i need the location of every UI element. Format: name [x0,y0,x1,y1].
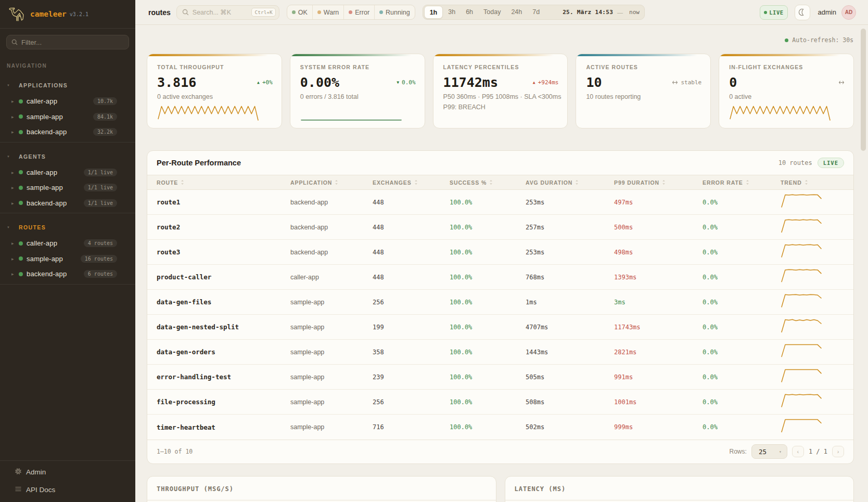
app-logo[interactable]: cameleer v3.2.1 [0,0,135,29]
nav-section-header-routes[interactable]: ▼ROUTES [0,220,135,235]
column-header-label: ROUTE [157,179,178,186]
status-filter-running[interactable]: Running [375,5,415,19]
chevron-down-icon: ▼ [7,226,13,229]
rows-per-page-select[interactable]: 25 ▾ [751,444,787,459]
sort-icon [662,179,666,185]
time-range-3h[interactable]: 3h [443,6,461,19]
status-filter-warn[interactable]: Warn [313,5,344,19]
time-range-24h[interactable]: 24h [506,6,527,19]
time-range-today[interactable]: Today [478,6,506,19]
rows-per-page-label: Rows: [730,448,747,455]
status-dot-icon [19,241,23,246]
cell-p99-duration: 3ms [614,299,703,306]
kpi-sparkline [300,105,401,121]
kpi-value: 3.816 [157,75,196,90]
gear-icon [15,468,22,477]
time-range-1h[interactable]: 1h [424,6,443,19]
list-icon [15,485,22,493]
sidebar-item-caller-app[interactable]: ▶caller-app4 routes [0,236,135,251]
search-placeholder: Search... ⌘K [193,8,248,16]
cell-trend [781,218,853,237]
table-row-data-gen-orders[interactable]: data-gen-orderssample-app358100.0%1443ms… [147,340,853,365]
scrollbar-thumb[interactable] [861,29,866,151]
kpi-accent-strip [433,54,568,56]
time-range-now[interactable]: now [623,9,643,16]
kpi-delta: ▲+0% [257,79,273,86]
sidebar-filter-input[interactable]: Filter... [6,35,129,49]
column-header-label: ERROR RATE [703,179,743,186]
sidebar-item-caller-app[interactable]: ▶caller-app10.7k [0,94,135,109]
status-dot-icon [19,130,23,134]
kpi-accent-strip [576,54,710,56]
kpi-delta-value: 0.0% [402,79,416,86]
time-range-6h[interactable]: 6h [461,6,478,19]
table-row-data-gen-nested-split[interactable]: data-gen-nested-splitsample-app199100.0%… [147,315,853,340]
column-header-label: TREND [781,179,802,186]
status-dot-icon [19,99,23,104]
nav-section-label: APPLICATIONS [19,82,68,88]
cell-trend [781,343,853,362]
cell-error-rate: 0.0% [703,224,781,231]
table-row-data-gen-files[interactable]: data-gen-filessample-app256100.0%1ms3ms0… [147,290,853,315]
table-row-file-processing[interactable]: file-processingsample-app256100.0%508ms1… [147,390,853,415]
sidebar-footer-admin[interactable]: Admin [0,463,135,481]
sidebar-item-sample-app[interactable]: ▶sample-app84.1k [0,109,135,125]
table-row-product-caller[interactable]: product-callercaller-app448100.0%768ms13… [147,265,853,290]
cell-avg-duration: 505ms [526,374,614,381]
column-header-route[interactable]: ROUTE [147,179,290,186]
table-column-headers: ROUTEAPPLICATIONEXCHANGESSUCCESS %AVG DU… [147,175,853,190]
time-range-7d[interactable]: 7d [527,6,545,19]
bottom-charts: THROUGHPUT (MSG/S) LATENCY (MS) [147,476,854,502]
trend-sparkline [781,343,822,362]
sidebar-item-backend-app[interactable]: ▶backend-app1/1 live [0,196,135,211]
column-header-p99-duration[interactable]: P99 DURATION [614,179,703,186]
kpi-card-active-routes: ACTIVE ROUTES10stable10 routes reporting [576,54,711,128]
nav-section-routes: ▼ROUTES▶caller-app4 routes▶sample-app16 … [0,213,135,285]
nav-section-header-applications[interactable]: ▼APPLICATIONS [0,78,135,93]
cell-success: 100.0% [450,274,526,281]
sidebar-item-caller-app[interactable]: ▶caller-app1/1 live [0,165,135,181]
live-toggle-button[interactable]: LIVE [760,5,787,20]
column-header-error-rate[interactable]: ERROR RATE [703,179,781,186]
sidebar-item-sample-app[interactable]: ▶sample-app1/1 live [0,180,135,196]
cell-trend [781,268,853,287]
route-performance-card: Per-Route Performance 10 routes LIVE ROU… [147,150,854,464]
scrollbar-track[interactable] [861,25,866,502]
sidebar-item-sample-app[interactable]: ▶sample-app16 routes [0,251,135,267]
kpi-delta: stable [672,79,701,86]
cell-exchanges: 448 [373,224,450,231]
kpi-grid: TOTAL THROUGHPUT3.816▲+0%0 active exchan… [147,54,854,128]
next-page-button[interactable]: › [832,446,844,457]
avatar[interactable]: AD [841,5,856,20]
nav-section-header-agents[interactable]: ▼AGENTS [0,149,135,164]
status-dot-icon [19,114,23,119]
table-row-timer-heartbeat[interactable]: timer-heartbeatsample-app716100.0%502ms9… [147,415,853,440]
kpi-subtext: P50 360ms · P95 1008ms · SLA <300ms [443,93,559,100]
sidebar-item-backend-app[interactable]: ▶backend-app32.2k [0,124,135,140]
column-header-application[interactable]: APPLICATION [290,179,373,186]
column-header-exchanges[interactable]: EXCHANGES [373,179,450,186]
column-header-trend[interactable]: TREND [781,179,853,186]
gear-icon [15,468,22,475]
search-input[interactable]: Search... ⌘K Ctrl+K [176,5,279,20]
list-icon [15,485,22,494]
table-row-error-handling-test[interactable]: error-handling-testsample-app239100.0%50… [147,365,853,390]
sidebar-item-backend-app[interactable]: ▶backend-app6 routes [0,266,135,282]
nav-section-agents: ▼AGENTS▶caller-app1/1 live▶sample-app1/1… [0,143,135,214]
status-filter-ok[interactable]: OK [287,5,313,19]
kpi-value: 0 [729,75,737,90]
column-header-success-[interactable]: SUCCESS % [450,179,526,186]
table-row-route3[interactable]: route3backend-app448100.0%253ms498ms0.0% [147,240,853,265]
prev-page-button[interactable]: ‹ [792,446,804,457]
kpi-value-row: 3.816▲+0% [157,74,273,90]
table-row-route1[interactable]: route1backend-app448100.0%253ms497ms0.0% [147,190,853,215]
status-filter-error[interactable]: Error [344,5,375,19]
arrows-both-icon [672,80,678,85]
table-row-route2[interactable]: route2backend-app448100.0%257ms500ms0.0% [147,215,853,240]
sidebar-footer-api-docs[interactable]: API Docs [0,481,135,498]
chevron-right-icon: ▶ [11,241,19,245]
app-version: v3.2.1 [70,11,88,17]
table-header: Per-Route Performance 10 routes LIVE [147,151,853,175]
theme-toggle-button[interactable] [795,5,810,20]
column-header-avg-duration[interactable]: AVG DURATION [526,179,614,186]
